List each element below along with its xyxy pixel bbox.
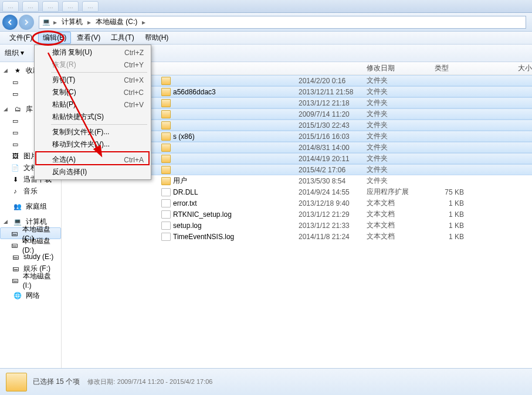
breadcrumb-computer[interactable]: 计算机 xyxy=(59,17,85,27)
menu-item-label: 复制(C) xyxy=(52,87,76,97)
folder-icon xyxy=(161,166,171,174)
drive-icon: 🖴 xyxy=(11,275,19,285)
file-type: 文件夹 xyxy=(367,109,429,119)
menu-item-shortcut: Ctrl+Z xyxy=(124,49,144,57)
menu-item[interactable]: 粘贴快捷方式(S) xyxy=(36,111,150,123)
menu-tools[interactable]: 工具(T) xyxy=(106,32,138,44)
menu-item: 恢复(R)Ctrl+Y xyxy=(36,59,150,71)
file-type: 文件夹 xyxy=(367,87,429,97)
tab[interactable]: … xyxy=(2,1,19,12)
folder-icon xyxy=(161,99,171,107)
file-date: 2014/11/8 21:24 xyxy=(299,233,367,241)
back-button[interactable] xyxy=(2,15,18,30)
file-size: 1 KB xyxy=(429,210,464,219)
menu-item[interactable]: 反向选择(I) xyxy=(36,166,150,178)
sidebar-drive-d[interactable]: 🖴本地磁盘 (D:) xyxy=(0,239,61,251)
file-type: 文本文档 xyxy=(367,220,429,230)
file-name: RTKNIC_setup.log xyxy=(173,210,232,219)
folder-icon xyxy=(161,88,171,96)
status-detail-label: 修改日期: xyxy=(87,378,115,385)
homegroup-icon: 👥 xyxy=(13,202,22,211)
file-size: 1 KB xyxy=(429,199,464,207)
sidebar-drive-i[interactable]: 🖴本地磁盘 (I:) xyxy=(0,274,61,286)
tab[interactable]: … xyxy=(22,1,39,12)
file-date: 2009/7/14 11:20 xyxy=(299,110,367,118)
file-date: 2014/8/31 14:00 xyxy=(299,144,367,152)
file-type: 文件夹 xyxy=(367,120,429,130)
menu-item-label: 全选(A) xyxy=(52,155,76,165)
tab[interactable]: … xyxy=(42,1,59,12)
folder-icon xyxy=(161,155,171,163)
organize-button[interactable]: 组织 ▾ xyxy=(5,48,24,58)
col-size[interactable]: 大小 xyxy=(497,63,532,73)
menu-item-label: 粘贴(P) xyxy=(52,100,76,110)
menu-separator xyxy=(51,124,147,125)
file-date: 2015/1/30 22:43 xyxy=(299,121,367,130)
menu-item[interactable]: 移动到文件夹(V)... xyxy=(36,138,150,151)
drive-icon: 🖴 xyxy=(11,229,19,238)
forward-button[interactable] xyxy=(19,15,34,30)
file-name: 用户 xyxy=(173,176,187,186)
file-date: 2014/4/19 20:11 xyxy=(299,155,367,163)
status-bar: 已选择 15 个项 修改日期: 2009/7/14 11:20 - 2015/4… xyxy=(0,368,532,395)
file-name: a56d86ddac3 xyxy=(173,88,216,96)
library-icon: 🗂 xyxy=(13,104,22,114)
file-row[interactable]: setup.log2013/1/12 21:33文本文档1 KB xyxy=(62,220,532,231)
menu-item[interactable]: 粘贴(P)Ctrl+V xyxy=(36,98,150,111)
file-row[interactable]: DR.DLL2014/9/24 14:55应用程序扩展75 KB xyxy=(62,186,532,198)
drive-icon: 🖴 xyxy=(11,252,20,261)
download-icon: ⬇ xyxy=(11,175,20,184)
file-type: 文件夹 xyxy=(367,154,429,164)
file-name: TimeEventNSIS.log xyxy=(173,233,234,241)
menu-item-shortcut: Ctrl+A xyxy=(124,156,144,164)
file-type: 文本文档 xyxy=(367,198,429,208)
menu-file[interactable]: 文件(F) xyxy=(5,32,37,44)
menu-edit[interactable]: 编辑(E) xyxy=(38,32,71,44)
tab[interactable]: … xyxy=(82,1,99,12)
file-date: 2013/1/12 21:18 xyxy=(299,99,367,107)
folder-icon xyxy=(161,110,171,118)
menu-item[interactable]: 剪切(T)Ctrl+X xyxy=(36,74,150,86)
menu-item[interactable]: 复制(C)Ctrl+C xyxy=(36,86,150,98)
menu-item[interactable]: 撤消 复制(U)Ctrl+Z xyxy=(36,46,150,59)
menu-item[interactable]: 复制到文件夹(F)... xyxy=(36,126,150,138)
menu-item-shortcut: Ctrl+Y xyxy=(124,61,144,69)
file-date: 2014/9/24 14:55 xyxy=(299,188,367,196)
folder-icon xyxy=(161,144,171,152)
menu-item[interactable]: 全选(A)Ctrl+A xyxy=(36,154,150,166)
file-size: 75 KB xyxy=(429,188,464,196)
menu-item-label: 复制到文件夹(F)... xyxy=(52,127,109,137)
star-icon: ★ xyxy=(13,66,22,75)
status-selection: 已选择 15 个项 xyxy=(33,377,80,386)
sidebar-drive-e[interactable]: 🖴study (E:) xyxy=(0,251,61,263)
menu-item-shortcut: Ctrl+V xyxy=(124,101,144,109)
sidebar-network[interactable]: 🌐网络 xyxy=(0,290,61,301)
file-name: s (x86) xyxy=(173,132,195,141)
file-date: 2015/1/16 16:03 xyxy=(299,132,367,141)
sidebar-homegroup[interactable]: 👥家庭组 xyxy=(0,200,61,212)
computer-icon: 💻 xyxy=(13,217,22,226)
menu-view[interactable]: 查看(V) xyxy=(72,32,105,44)
sidebar-item-music[interactable]: ♪音乐 xyxy=(0,185,61,197)
file-type: 文件夹 xyxy=(367,165,429,175)
status-detail-value: 2009/7/14 11:20 - 2015/4/2 17:06 xyxy=(117,378,213,385)
file-name: DR.DLL xyxy=(173,188,198,196)
folder-icon xyxy=(161,77,171,85)
menu-help[interactable]: 帮助(H) xyxy=(140,32,174,44)
file-size: 1 KB xyxy=(429,233,464,241)
file-row[interactable]: error.txt2013/12/18 9:40文本文档1 KB xyxy=(62,198,532,209)
col-date[interactable]: 修改日期 xyxy=(367,63,435,73)
address-bar[interactable]: 💻 ▸ 计算机 ▸ 本地磁盘 (C:) ▸ xyxy=(39,16,526,29)
tab[interactable]: … xyxy=(62,1,79,12)
pictures-icon: 🖼 xyxy=(11,151,20,161)
file-row[interactable]: RTKNIC_setup.log2013/1/12 21:29文本文档1 KB xyxy=(62,209,532,220)
network-icon: 🌐 xyxy=(13,291,22,300)
menu-item-shortcut: Ctrl+X xyxy=(124,76,144,84)
breadcrumb-drive-c[interactable]: 本地磁盘 (C:) xyxy=(93,17,140,27)
edit-menu-dropdown: 撤消 复制(U)Ctrl+Z恢复(R)Ctrl+Y剪切(T)Ctrl+X复制(C… xyxy=(34,45,151,180)
file-icon xyxy=(161,188,171,196)
file-date: 2015/4/2 17:06 xyxy=(299,166,367,174)
col-type[interactable]: 类型 xyxy=(435,63,497,73)
file-row[interactable]: TimeEventNSIS.log2014/11/8 21:24文本文档1 KB xyxy=(62,231,532,242)
menu-bar: 文件(F) 编辑(E) 查看(V) 工具(T) 帮助(H) xyxy=(0,32,532,45)
